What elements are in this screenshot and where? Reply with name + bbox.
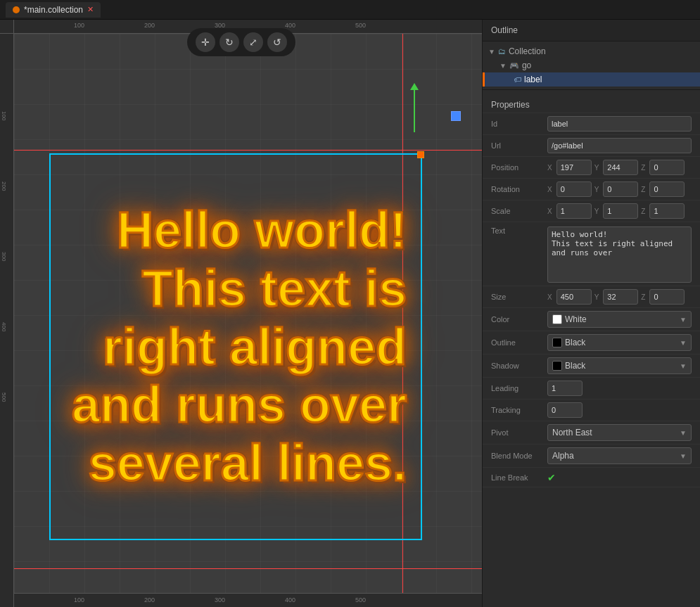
move-tool-button[interactable]: ✛ bbox=[196, 32, 215, 52]
prop-rotation-x[interactable] bbox=[556, 181, 592, 197]
prop-url-label: Url bbox=[491, 141, 547, 150]
ruler-h-200: 200 bbox=[144, 22, 155, 29]
ruler-v-400: 400 bbox=[1, 322, 7, 331]
prop-color-dropdown[interactable]: White ▼ bbox=[547, 311, 692, 328]
right-panel: Outline ▼ 🗂 Collection ▼ 🎮 go 🏷 bbox=[482, 20, 700, 607]
prop-position-value: X Y Z bbox=[547, 160, 692, 175]
prop-tracking-input[interactable] bbox=[547, 402, 583, 418]
ruler-bottom-100: 100 bbox=[74, 596, 84, 603]
prop-size-value: X Y Z bbox=[547, 289, 692, 305]
arrow-line bbox=[414, 90, 415, 132]
color-white-swatch bbox=[552, 314, 562, 324]
outline-title: Outline bbox=[491, 25, 518, 35]
ruler-bottom-200: 200 bbox=[144, 596, 155, 603]
prop-line-break-label: Line Break bbox=[491, 473, 547, 482]
prop-blend-mode-dropdown[interactable]: Alpha ▼ bbox=[547, 447, 692, 464]
prop-outline-dropdown[interactable]: Black ▼ bbox=[547, 334, 692, 351]
tree-label-collection: Collection bbox=[509, 46, 546, 56]
prop-size-z[interactable] bbox=[649, 289, 685, 305]
scale-tool-button[interactable]: ⤢ bbox=[243, 32, 263, 52]
prop-rotation-y[interactable] bbox=[603, 181, 638, 197]
color-dropdown-arrow: ▼ bbox=[680, 316, 687, 324]
guide-horizontal-top bbox=[14, 150, 482, 151]
prop-scale-z[interactable] bbox=[649, 203, 685, 219]
prop-line-break-row: Line Break ✔ bbox=[483, 468, 700, 487]
prop-id-value bbox=[547, 116, 692, 132]
rot-x-label: X bbox=[547, 186, 552, 193]
prop-line-break-checkbox[interactable]: ✔ bbox=[547, 472, 556, 483]
prop-tracking-value bbox=[547, 402, 692, 418]
prop-rotation-row: Rotation X Y Z bbox=[483, 179, 700, 200]
prop-leading-value bbox=[547, 381, 692, 396]
outline-value-label: Black bbox=[565, 338, 585, 347]
scale-z-label: Z bbox=[641, 207, 645, 215]
prop-scale-row: Scale X Y Z bbox=[483, 200, 700, 222]
properties-title: Properties bbox=[491, 100, 530, 110]
prop-rotation-z[interactable] bbox=[649, 181, 685, 197]
canvas-viewport[interactable]: Hello world!This text isright alignedand… bbox=[14, 34, 482, 593]
prop-size-y[interactable] bbox=[603, 289, 638, 305]
pos-x-label: X bbox=[547, 164, 552, 172]
prop-color-value: White ▼ bbox=[547, 311, 692, 328]
ruler-bottom-500: 500 bbox=[355, 596, 366, 603]
ruler-v-500: 500 bbox=[1, 392, 7, 402]
ruler-h-100: 100 bbox=[74, 22, 84, 29]
prop-position-z[interactable] bbox=[649, 160, 685, 175]
prop-leading-input[interactable] bbox=[547, 381, 583, 396]
rotate-tool-button[interactable]: ↻ bbox=[219, 32, 239, 52]
tree-arrow-go: ▼ bbox=[499, 62, 507, 70]
size-x-label: X bbox=[547, 293, 552, 301]
tree-item-label[interactable]: 🏷 label bbox=[483, 72, 700, 87]
prop-rotation-label: Rotation bbox=[491, 185, 547, 193]
prop-text-input[interactable]: Hello world! This text is right aligned … bbox=[547, 226, 692, 283]
prop-scale-x[interactable] bbox=[556, 203, 592, 219]
tab-main-collection[interactable]: *main.collection ✕ bbox=[6, 2, 101, 18]
outline-black-swatch bbox=[552, 338, 562, 347]
prop-shadow-dropdown[interactable]: Black ▼ bbox=[547, 357, 692, 374]
prop-outline-label: Outline bbox=[491, 338, 547, 347]
prop-position-x[interactable] bbox=[556, 160, 592, 175]
prop-id-input[interactable] bbox=[547, 116, 692, 132]
prop-text-row: Text Hello world! This text is right ali… bbox=[483, 222, 700, 286]
prop-size-label: Size bbox=[491, 293, 547, 301]
prop-id-row: Id bbox=[483, 113, 700, 135]
pos-z-label: Z bbox=[641, 164, 645, 172]
ruler-v-300: 300 bbox=[1, 252, 7, 261]
refresh-tool-button[interactable]: ↺ bbox=[267, 32, 287, 52]
prop-shadow-label: Shadow bbox=[491, 362, 547, 370]
arrow-up-indicator bbox=[410, 83, 419, 90]
prop-scale-value: X Y Z bbox=[547, 203, 692, 219]
prop-color-label: Color bbox=[491, 315, 547, 324]
prop-size-x[interactable] bbox=[556, 289, 592, 305]
tree-item-collection[interactable]: ▼ 🗂 Collection bbox=[483, 44, 700, 58]
canvas-background: Hello world!This text isright alignedand… bbox=[14, 34, 482, 593]
main-layout: ✛ ↻ ⤢ ↺ 100 200 300 400 500 100 200 300 … bbox=[0, 20, 700, 607]
label-component[interactable]: Hello world!This text isright alignedand… bbox=[49, 153, 422, 540]
scale-y-label: Y bbox=[594, 207, 599, 215]
canvas-area[interactable]: ✛ ↻ ⤢ ↺ 100 200 300 400 500 100 200 300 … bbox=[0, 20, 482, 607]
prop-color-row: Color White ▼ bbox=[483, 308, 700, 331]
ruler-v-100: 100 bbox=[1, 111, 7, 120]
blend-mode-value-label: Alpha bbox=[552, 451, 574, 461]
prop-scale-y[interactable] bbox=[603, 203, 638, 219]
pivot-value-label: North East bbox=[552, 428, 592, 437]
tab-close-button[interactable]: ✕ bbox=[87, 5, 94, 14]
collection-icon: 🗂 bbox=[498, 47, 506, 56]
shadow-dropdown-arrow: ▼ bbox=[680, 362, 687, 370]
prop-rotation-value: X Y Z bbox=[547, 181, 692, 197]
rot-y-label: Y bbox=[594, 186, 599, 193]
tree-item-go[interactable]: ▼ 🎮 go bbox=[483, 58, 700, 72]
blend-mode-dropdown-arrow: ▼ bbox=[680, 452, 687, 460]
blue-handle[interactable] bbox=[451, 111, 461, 121]
ruler-bottom: 100 200 300 400 500 bbox=[14, 593, 482, 607]
tree-label-label: label bbox=[524, 75, 542, 84]
color-value-label: White bbox=[565, 314, 587, 324]
prop-outline-value: Black ▼ bbox=[547, 334, 692, 351]
prop-url-input[interactable] bbox=[547, 138, 692, 153]
pos-y-label: Y bbox=[594, 164, 599, 172]
properties-header: Properties bbox=[483, 96, 700, 113]
outline-dropdown-arrow: ▼ bbox=[680, 339, 687, 347]
prop-pivot-dropdown[interactable]: North East ▼ bbox=[547, 424, 692, 441]
ruler-bottom-400: 400 bbox=[285, 596, 295, 603]
prop-position-y[interactable] bbox=[603, 160, 638, 175]
